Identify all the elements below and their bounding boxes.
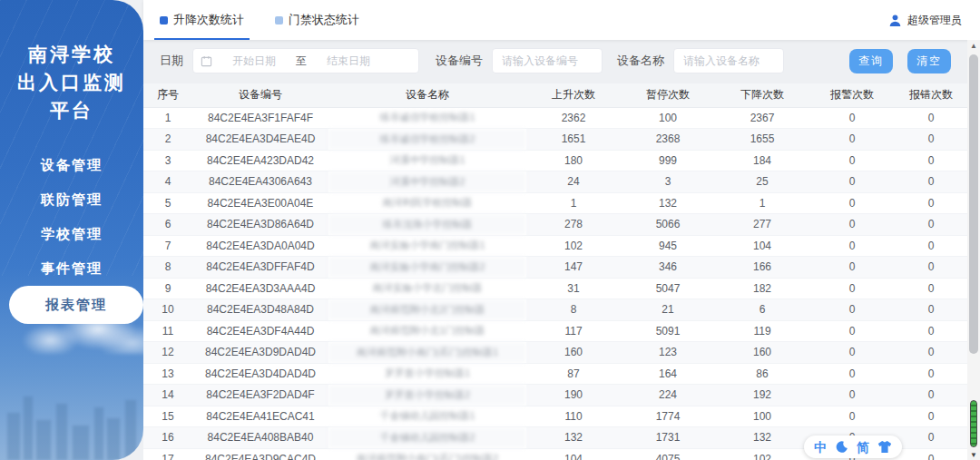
table-row: 1384C2E4EA3D4DAD4D罗开富小学控制器1871648600 bbox=[143, 363, 967, 385]
row-index: 11 bbox=[143, 320, 192, 342]
stats-table-container: 序号设备编号设备名称上升次数暂停次数下降次数报警次数报错次数 184C2E4EA… bbox=[143, 83, 967, 460]
shirt-icon[interactable] bbox=[877, 440, 892, 454]
down-count-cell: 166 bbox=[715, 257, 809, 279]
pause-count-cell: 999 bbox=[621, 150, 715, 171]
sidebar-item-school[interactable]: 学校管理 bbox=[0, 217, 143, 251]
search-button[interactable]: 查询 bbox=[849, 49, 893, 73]
device-id-cell: 84C2E4EA3DF4A44D bbox=[192, 320, 328, 342]
scrollbar-down-arrow-icon[interactable]: ▼ bbox=[967, 451, 980, 459]
table-body: 184C2E4EA3F1FAF4F练市诚信学校控制器12362100236700… bbox=[143, 107, 967, 460]
device-id-cell: 84C2E4EA3D48A84D bbox=[192, 299, 328, 321]
device-name-cell: 南浔师范附小北2门控制器 bbox=[328, 299, 526, 321]
table-row: 384C2E4EA423DAD42浔溪中学控制器118099918400 bbox=[143, 150, 967, 171]
user-name: 超级管理员 bbox=[907, 13, 962, 28]
down-count-cell: 132 bbox=[715, 427, 809, 449]
up-count-cell: 104 bbox=[526, 448, 621, 460]
row-index: 2 bbox=[143, 129, 192, 151]
clear-button[interactable]: 清空 bbox=[907, 49, 951, 73]
sidebar-item-defense[interactable]: 联防管理 bbox=[0, 182, 143, 217]
start-date-input[interactable] bbox=[218, 54, 290, 67]
down-count-cell: 192 bbox=[715, 385, 809, 406]
device-id-input[interactable] bbox=[492, 48, 603, 73]
person-icon bbox=[888, 14, 902, 27]
device-name-cell: 练市沈珠小学控制器 bbox=[328, 214, 526, 236]
error-count-cell: 0 bbox=[895, 363, 967, 385]
sidebar-item-report[interactable]: 报表管理 bbox=[9, 286, 143, 324]
scrollbar-progress-indicator[interactable] bbox=[970, 400, 977, 447]
app-title: 南浔学校 出入口监测平台 bbox=[9, 40, 134, 124]
sidebar-item-event[interactable]: 事件管理 bbox=[0, 251, 143, 286]
error-count-cell: 0 bbox=[895, 406, 967, 427]
down-count-cell: 1655 bbox=[715, 129, 809, 151]
device-id-cell: 84C2E4EA3F2DAD4F bbox=[192, 385, 328, 406]
end-date-input[interactable] bbox=[312, 54, 385, 67]
app-title-line1: 南浔学校 bbox=[9, 40, 134, 68]
pause-count-cell: 3 bbox=[621, 171, 715, 193]
device-name-cell: 浔溪中学控制器2 bbox=[328, 171, 526, 193]
user-menu[interactable]: 超级管理员 bbox=[888, 13, 962, 28]
tab-access-status-stats[interactable]: 门禁状态统计 bbox=[275, 0, 359, 40]
date-range-picker[interactable]: 至 bbox=[192, 48, 419, 73]
row-index: 15 bbox=[143, 406, 192, 427]
row-index: 16 bbox=[143, 427, 192, 449]
vertical-scrollbar[interactable]: ▲ ▼ bbox=[967, 40, 980, 460]
ime-toolbar[interactable]: 中 简 bbox=[804, 436, 902, 458]
sidebar-item-device[interactable]: 设备管理 bbox=[0, 148, 143, 182]
scrollbar-up-arrow-icon[interactable]: ▲ bbox=[967, 42, 980, 50]
app-title-line2: 出入口监测平台 bbox=[9, 68, 134, 124]
row-index: 6 bbox=[143, 214, 192, 236]
error-count-cell: 0 bbox=[895, 448, 967, 460]
error-count-cell: 0 bbox=[895, 257, 967, 279]
device-name-cell: 罗开富小学控制器2 bbox=[328, 385, 526, 406]
down-count-cell: 119 bbox=[715, 320, 809, 342]
ime-simplified-button[interactable]: 简 bbox=[857, 441, 869, 454]
pause-count-cell: 5066 bbox=[621, 214, 715, 236]
device-name-input[interactable] bbox=[673, 48, 784, 73]
top-bar: 升降次数统计 门禁状态统计 超级管理员 bbox=[143, 0, 980, 40]
scrollbar-thumb[interactable] bbox=[969, 54, 978, 354]
device-id-cell: 84C2E4EA3DFFAF4D bbox=[192, 257, 328, 279]
alarm-count-cell: 0 bbox=[809, 214, 895, 236]
tab-label: 门禁状态统计 bbox=[289, 12, 359, 28]
table-row: 1284C2E4EA3D9DAD4D南浔师范附小南门(石门)控制器1160123… bbox=[143, 342, 967, 364]
alarm-count-cell: 0 bbox=[809, 171, 895, 193]
moon-icon[interactable] bbox=[835, 440, 848, 454]
down-count-cell: 6 bbox=[715, 299, 809, 321]
ime-language-button[interactable]: 中 bbox=[814, 441, 827, 454]
down-count-cell: 86 bbox=[715, 363, 809, 385]
up-count-cell: 132 bbox=[526, 427, 621, 449]
device-id-cell: 84C2E4EA408BAB40 bbox=[192, 427, 328, 449]
up-count-cell: 190 bbox=[526, 385, 621, 406]
alarm-count-cell: 0 bbox=[809, 406, 895, 427]
table-row: 1084C2E4EA3D48A84D南浔师范附小北2门控制器821600 bbox=[143, 299, 967, 321]
pause-count-cell: 945 bbox=[621, 235, 715, 257]
pause-count-cell: 1774 bbox=[621, 406, 715, 427]
row-index: 14 bbox=[143, 385, 192, 406]
column-header: 报警次数 bbox=[809, 83, 895, 107]
sidebar-menu: 设备管理联防管理学校管理事件管理报表管理 bbox=[0, 148, 143, 324]
down-count-cell: 100 bbox=[715, 406, 809, 427]
table-row: 184C2E4EA3F1FAF4F练市诚信学校控制器12362100236700 bbox=[143, 107, 967, 129]
row-index: 3 bbox=[143, 150, 192, 171]
device-id-cell: 84C2E4EA41ECAC41 bbox=[192, 406, 328, 427]
column-header: 下降次数 bbox=[715, 83, 809, 107]
alarm-count-cell: 0 bbox=[809, 235, 895, 257]
up-count-cell: 278 bbox=[526, 214, 621, 236]
table-row: 784C2E4EA3DA0A04D南浔实验小学南门控制器110294510400 bbox=[143, 235, 967, 257]
tab-bar: 升降次数统计 门禁状态统计 bbox=[160, 0, 359, 40]
pause-count-cell: 100 bbox=[621, 107, 715, 129]
alarm-count-cell: 0 bbox=[809, 257, 895, 279]
device-name-cell: 罗开富小学控制器1 bbox=[328, 363, 526, 385]
up-count-cell: 147 bbox=[526, 257, 621, 279]
up-count-cell: 160 bbox=[526, 342, 621, 364]
error-count-cell: 0 bbox=[895, 171, 967, 193]
tab-lift-count-stats[interactable]: 升降次数统计 bbox=[160, 0, 244, 40]
pause-count-cell: 5091 bbox=[621, 320, 715, 342]
device-name-cell: 练市诚信学校控制器2 bbox=[328, 129, 526, 151]
device-name-cell: 浔溪中学控制器1 bbox=[328, 150, 526, 171]
error-count-cell: 0 bbox=[895, 299, 967, 321]
up-count-cell: 24 bbox=[526, 171, 621, 193]
down-count-cell: 25 bbox=[715, 171, 809, 193]
up-count-cell: 180 bbox=[526, 150, 621, 171]
device-id-cell: 84C2E4EA3D4EAE4D bbox=[192, 129, 328, 151]
